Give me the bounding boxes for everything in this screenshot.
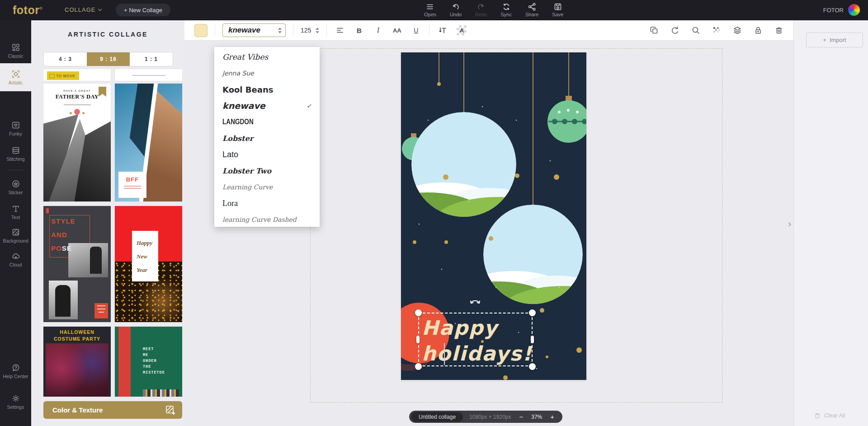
template-card-fathers-day[interactable]: HAVE A GREAT FATHER'S DAY	[43, 84, 111, 201]
italic-button[interactable]: I	[372, 24, 384, 36]
logo-text: fotor	[13, 4, 39, 16]
opacity-button[interactable]	[712, 26, 721, 35]
template-title: COSTUME PARTY	[43, 336, 111, 342]
vertical-text-button[interactable]	[437, 24, 448, 36]
duplicate-button[interactable]	[650, 26, 659, 35]
sidebar-item-text[interactable]: Text	[0, 200, 31, 224]
save-label: Save	[552, 12, 563, 17]
selection-handle-bottom-right[interactable]	[529, 363, 536, 370]
panel-collapse-chevron[interactable]: ›	[788, 218, 792, 229]
open-button[interactable]: Open	[424, 2, 436, 17]
import-button[interactable]: + Import	[806, 33, 863, 47]
account-area[interactable]: FOTOR	[823, 4, 860, 16]
topbar-actions: Open Undo Redo Sync Share Save	[424, 2, 563, 17]
bold-button[interactable]: B	[353, 24, 365, 36]
tab-ratio-1-1[interactable]: 1 : 1	[130, 52, 173, 66]
selection-handle-top-left[interactable]	[415, 309, 422, 316]
font-size-stepper[interactable]	[316, 28, 319, 33]
category-dropdown[interactable]: COLLAGE	[65, 6, 101, 13]
underline-button[interactable]: U	[410, 24, 422, 36]
font-option-kool-beans[interactable]: Kool Beans	[214, 81, 320, 98]
font-size-input[interactable]: 125	[301, 27, 319, 34]
letter-case-button[interactable]: AA	[391, 24, 403, 36]
zoom-out-button[interactable]: −	[517, 413, 525, 421]
save-button[interactable]: Save	[552, 2, 563, 17]
tab-ratio-4-3[interactable]: 4 : 3	[44, 52, 87, 66]
trash-icon	[774, 26, 783, 35]
text-background-button[interactable]: A	[456, 24, 467, 36]
selection-handle-bottom-left[interactable]	[415, 363, 422, 370]
classic-grid-icon	[11, 43, 20, 52]
redo-button[interactable]: Redo	[475, 2, 487, 17]
background-label: Background	[3, 238, 28, 243]
layers-button[interactable]	[733, 26, 742, 35]
template-card-halloween[interactable]: HALLOWEEN COSTUME PARTY	[43, 327, 111, 397]
placeholder-text-line	[132, 75, 165, 76]
fotor-logo[interactable]: fotor®	[13, 4, 43, 17]
accent-mark	[46, 208, 49, 213]
template-card-partial-left[interactable]: TO MOVE	[43, 69, 111, 81]
stitching-icon	[11, 146, 20, 155]
font-option-lora[interactable]: Lora	[214, 195, 320, 211]
registered-mark: ®	[39, 6, 42, 11]
text-color-swatch[interactable]	[194, 24, 208, 37]
text-align-button[interactable]	[334, 24, 346, 36]
trash-icon	[814, 412, 821, 419]
sidebar-item-classic[interactable]: Classic	[0, 39, 31, 62]
clear-all-label: Clear All	[824, 412, 845, 419]
template-card-style-pose[interactable]: STYLE AND POSE	[43, 206, 111, 322]
clear-all-button[interactable]: Clear All	[814, 412, 845, 419]
sidebar-item-settings[interactable]: Settings	[0, 390, 31, 413]
photo-shape	[143, 389, 179, 397]
lock-button[interactable]	[754, 26, 763, 35]
selection-handle-left[interactable]	[416, 336, 420, 343]
open-label: Open	[424, 12, 436, 17]
sidebar-item-cloud[interactable]: Cloud	[0, 248, 31, 271]
sidebar-item-help-center[interactable]: Help Center	[0, 359, 31, 383]
template-card-new-year[interactable]: Happy New Year	[115, 206, 182, 322]
sidebar-item-sticker[interactable]: Sticker	[0, 175, 31, 199]
sidebar-item-stitching[interactable]: Stitching	[0, 142, 31, 165]
duplicate-icon	[650, 26, 659, 35]
red-badge	[94, 303, 108, 318]
avatar[interactable]	[848, 4, 860, 16]
template-title: BFF	[118, 176, 146, 183]
sidebar-item-background[interactable]: Background	[0, 224, 31, 247]
sync-label: Sync	[501, 12, 512, 17]
font-option-lobster-two[interactable]: Lobster Two	[214, 163, 320, 179]
tab-ratio-9-16[interactable]: 9 : 16	[87, 52, 130, 66]
share-button[interactable]: Share	[525, 2, 538, 17]
vertical-text-icon	[439, 26, 447, 34]
font-option-knewave[interactable]: knewave✓	[214, 98, 320, 114]
color-texture-button[interactable]: Color & Texture	[43, 401, 182, 419]
toolbar-divider	[326, 25, 327, 36]
toolbar-divider	[293, 25, 293, 36]
template-title-line: ME	[143, 352, 165, 358]
selection-box[interactable]	[418, 313, 533, 366]
font-option-learning-curve-dashed[interactable]: learning Curve Dashed	[214, 211, 320, 227]
font-option-lobster[interactable]: Lobster	[214, 130, 320, 146]
new-collage-button[interactable]: + New Collage	[116, 4, 170, 16]
sync-button[interactable]: Sync	[501, 2, 512, 17]
undo-button[interactable]: Undo	[450, 2, 462, 17]
rotate-button[interactable]	[670, 26, 679, 35]
document-name[interactable]: Untitled collage	[411, 412, 463, 422]
font-option-great-vibes[interactable]: Great Vibes	[214, 49, 320, 65]
photo-shape	[46, 343, 108, 397]
sidebar-item-funky[interactable]: Funky	[0, 117, 31, 140]
rotate-handle[interactable]	[469, 298, 481, 307]
selection-handle-top-right[interactable]	[529, 309, 536, 316]
font-option-lato[interactable]: Lato	[214, 146, 320, 163]
selection-handle-right[interactable]	[531, 336, 534, 343]
font-option-langdon[interactable]: LANGDON	[214, 114, 320, 130]
sidebar-item-artistic[interactable]: Artistic	[0, 63, 31, 91]
zoom-object-button[interactable]	[691, 26, 700, 35]
template-card-mistletoe[interactable]: MEET ME UNDER THE MISTETOE	[115, 327, 182, 397]
font-option-learning-curve[interactable]: Learning Curve	[214, 179, 320, 195]
template-card-bff[interactable]: BFF	[115, 84, 182, 201]
font-option-jenna-sue[interactable]: Jenna Sue	[214, 65, 320, 81]
template-card-partial-right[interactable]	[115, 69, 182, 81]
zoom-in-button[interactable]: +	[548, 413, 556, 421]
font-family-select[interactable]: knewave	[222, 23, 286, 37]
delete-button[interactable]	[774, 26, 783, 35]
